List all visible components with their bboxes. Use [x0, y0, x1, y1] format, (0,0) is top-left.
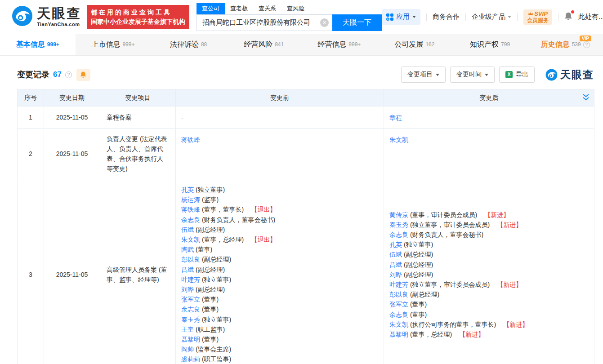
tab-知识产权[interactable]: 知识产权799 — [452, 34, 528, 55]
person-link[interactable]: 孔英 — [389, 241, 402, 248]
tab-上市信息[interactable]: 上市信息999+ — [76, 34, 151, 55]
tab-历史信息[interactable]: 历史信息539VIP? — [527, 34, 603, 55]
divider — [465, 13, 466, 21]
person-link[interactable]: 孔英 — [181, 186, 194, 193]
person-link[interactable]: 蒋铁峰 — [181, 206, 200, 213]
person-link[interactable]: 彭以良 — [389, 291, 408, 298]
svip-member-button[interactable]: SVIP 会员服务 — [523, 9, 552, 25]
person-link[interactable]: 张军立 — [389, 301, 408, 308]
person-role: (监事会主席) — [194, 346, 231, 353]
search-tab[interactable]: 查关系 — [253, 3, 281, 14]
person-link[interactable]: 余志良 — [389, 311, 408, 318]
person-entry: 蒋铁峰 (董事，董事长)【退出】 — [181, 204, 378, 214]
person-link[interactable]: 朱文凯 — [389, 321, 408, 328]
person-link[interactable]: 张军立 — [181, 296, 200, 303]
apps-menu-button[interactable]: 应用 — [382, 9, 420, 25]
nav-label: 企业级产品 — [472, 13, 505, 21]
export-button[interactable]: X 导出 — [499, 67, 535, 83]
person-link[interactable]: 吕斌 — [181, 266, 194, 273]
status-tag: 【新进】 — [459, 331, 484, 338]
status-tag: 【新进】 — [497, 221, 522, 228]
filter-change-time-button[interactable]: 变更时间 — [450, 67, 495, 83]
person-entry: 张军立 (董事) — [181, 294, 378, 304]
person-role: (副总经理) — [402, 261, 433, 268]
change-link[interactable]: 蒋铁峰 — [181, 136, 200, 143]
person-link[interactable]: 聂黎明 — [389, 331, 408, 338]
person-link[interactable]: 伍斌 — [389, 251, 402, 258]
search-box: ✕ 天眼一下 — [197, 14, 382, 31]
person-entry: 朱文凯 (执行公司事务的董事，董事长)【新进】 — [389, 320, 589, 329]
person-role: (董事) — [194, 246, 212, 253]
person-link[interactable]: 陶武 — [181, 246, 194, 253]
before-cell: 孔英 (独立董事)杨运涛 (监事)蒋铁峰 (董事，董事长)【退出】余志良 (财务… — [176, 179, 384, 364]
watermark-logo: 天眼查 — [545, 68, 594, 82]
tianyancha-logo[interactable]: 天眼查 TianYanCha.com — [12, 5, 81, 28]
person-link[interactable]: 刘晔 — [389, 271, 402, 278]
tab-count: 88 — [201, 41, 207, 48]
subscribe-bell-button[interactable] — [76, 69, 90, 81]
help-icon[interactable]: ? — [65, 71, 72, 78]
tab-count: 999+ — [348, 41, 361, 48]
person-link[interactable]: 朱文凯 — [181, 236, 200, 243]
person-link[interactable]: 裘莉莉 — [181, 355, 200, 363]
person-entry: 王奎 (职工监事) — [181, 324, 378, 334]
table-row: 32025-11-05高级管理人员备案 (董事、监事、经理等)孔英 (独立董事)… — [18, 179, 594, 364]
user-menu[interactable]: 此处有... — [578, 13, 603, 21]
tab-label: 经营风险 — [244, 40, 272, 49]
person-role: (董事，审计委员会成员) — [408, 211, 477, 218]
logo-brand-text: 天眼查 — [37, 7, 81, 20]
person-role: (独立董事) — [194, 186, 225, 193]
table-body: 12025-11-05章程备案-章程22025-11-05负责人变更 (法定代表… — [18, 107, 594, 364]
person-link[interactable]: 伍斌 — [181, 226, 194, 233]
person-link[interactable]: 彭以良 — [181, 256, 200, 263]
person-entry: 秦玉秀 (独立董事，审计委员会成员)【新进】 — [389, 220, 589, 230]
search-button[interactable]: 天眼一下 — [332, 14, 382, 31]
help-icon[interactable]: ? — [583, 41, 590, 48]
column-header: 变更项目 — [100, 89, 176, 107]
collapse-all-icon[interactable] — [582, 93, 590, 103]
person-link[interactable]: 吕斌 — [389, 261, 402, 268]
person-link[interactable]: 秦玉秀 — [389, 221, 408, 228]
person-entry: 黄传京 (董事，审计委员会成员)【新进】 — [389, 210, 589, 220]
person-link[interactable]: 余志良 — [181, 306, 200, 313]
person-role: (副总经理) — [408, 291, 439, 298]
tab-count: 162 — [425, 41, 434, 48]
person-link[interactable]: 聂黎明 — [181, 336, 200, 343]
chevron-down-icon — [485, 74, 488, 76]
person-link[interactable]: 王奎 — [181, 326, 194, 333]
clear-search-icon[interactable]: ✕ — [320, 18, 329, 27]
notifications-button[interactable] — [564, 12, 572, 22]
chevron-down-icon — [412, 16, 416, 18]
person-link[interactable]: 杨运涛 — [181, 196, 200, 203]
logo-domain-text: TianYanCha.com — [37, 22, 81, 27]
person-link[interactable]: 余志良 — [389, 231, 408, 238]
tab-基本信息[interactable]: 基本信息999+ — [0, 34, 76, 55]
search-tab[interactable]: 查公司 — [197, 3, 225, 14]
tab-公司发展[interactable]: 公司发展162 — [377, 34, 452, 55]
person-link[interactable]: 秦玉秀 — [181, 316, 200, 323]
tab-法律诉讼[interactable]: 法律诉讼88 — [151, 34, 226, 55]
person-link[interactable]: 阎帅 — [181, 346, 194, 353]
person-entry: 余志良 (财务负责人，董事会秘书) — [181, 215, 378, 225]
person-entry: 刘晔 (副总经理) — [181, 284, 378, 294]
nav-item-enterprise-products[interactable]: 企业级产品 — [472, 13, 511, 21]
filter-change-item-button[interactable]: 变更项目 — [401, 67, 446, 83]
search-area: 查公司查老板查关系查风险 ✕ 天眼一下 — [197, 3, 382, 31]
tab-经营风险[interactable]: 经营风险841 — [226, 34, 302, 55]
change-link[interactable]: 章程 — [389, 114, 402, 121]
status-tag: 【新进】 — [484, 211, 509, 218]
search-input[interactable] — [197, 14, 332, 31]
person-entry: 朱文凯 (董事，总经理)【退出】 — [181, 235, 378, 244]
search-tab[interactable]: 查风险 — [281, 3, 310, 14]
nav-item-business-cooperation[interactable]: 商务合作 — [433, 13, 460, 21]
person-link[interactable]: 黄传京 — [389, 211, 408, 218]
person-link[interactable]: 叶建芳 — [181, 276, 200, 283]
chevron-down-icon — [508, 16, 511, 18]
person-role: (副总经理) — [194, 266, 225, 273]
person-link[interactable]: 余志良 — [181, 216, 200, 223]
search-tab[interactable]: 查老板 — [225, 3, 253, 14]
change-link[interactable]: 朱文凯 — [389, 136, 408, 143]
person-link[interactable]: 刘晔 — [181, 286, 194, 293]
person-link[interactable]: 叶建芳 — [389, 281, 408, 288]
tab-经营信息[interactable]: 经营信息999+ — [302, 34, 377, 55]
